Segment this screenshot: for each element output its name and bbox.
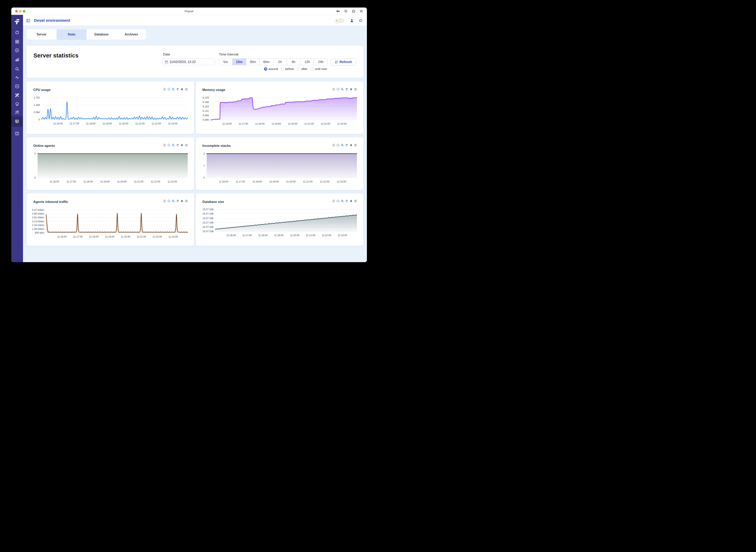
x-tick-label: 11:18:00 — [253, 180, 262, 183]
charts-grid: CPU usage00.5841.1681.75211:16:0011:17:0… — [23, 26, 367, 262]
x-tick-label: 11:21:00 — [135, 122, 145, 125]
x-tick-label: 11:17:00 — [73, 235, 83, 238]
x-tick-label: 11:21:00 — [306, 234, 316, 237]
x-tick-label: 11:17:00 — [239, 122, 248, 125]
y-tick-label: 5.066 — [203, 119, 209, 121]
x-tick-label: 11:20:00 — [286, 180, 296, 183]
x-tick-label: 11:20:00 — [119, 122, 128, 125]
window-titlebar: Flopsar — [11, 8, 367, 15]
theme-knob — [335, 18, 339, 23]
x-tick-label: 11:19:00 — [269, 180, 279, 183]
chart-plot-incomplete-stacks[interactable]: 01211:16:0011:17:0011:18:0011:19:0011:20… — [196, 137, 363, 190]
x-tick-label: 11:20:00 — [121, 235, 130, 238]
docs-book-icon — [15, 131, 19, 136]
y-tick-label: 3.91 Kibit/s — [32, 216, 44, 219]
x-tick-label: 11:18:00 — [89, 235, 99, 238]
x-tick-label: 11:20:00 — [288, 122, 297, 125]
sidebar-item-deployments[interactable] — [11, 46, 23, 55]
x-tick-label: 11:19:00 — [272, 122, 281, 125]
chart-plot-cpu-usage[interactable]: 00.5841.1681.75211:16:0011:17:0011:18:00… — [27, 82, 194, 134]
chart-plot-agents-inbound-traffic[interactable]: 800 bit/s1.56 Kibit/s2.34 Kibit/s3.13 Ki… — [27, 193, 194, 246]
x-tick-label: 11:22:00 — [321, 122, 330, 125]
sidebar-item-home[interactable] — [11, 28, 23, 37]
y-tick-label: 5.131 — [203, 110, 209, 112]
menu-icon[interactable] — [360, 9, 363, 13]
sidebar-item-applications[interactable] — [11, 37, 23, 46]
servers-icon — [15, 119, 19, 124]
power-icon — [359, 19, 363, 22]
home-icon — [15, 30, 19, 35]
y-tick-label: 5.196 — [203, 101, 209, 104]
code-icon — [15, 84, 19, 89]
environment-title[interactable]: Devel environment — [34, 18, 70, 23]
x-tick-label: 11:17:00 — [70, 122, 79, 125]
y-tick-label: 1 — [204, 164, 205, 167]
y-tick-label: 5.098 — [203, 114, 209, 117]
x-tick-label: 11:22:00 — [322, 234, 331, 237]
y-tick-label: 5.229 — [203, 96, 209, 99]
chart-plot-online-agents[interactable]: 0111:16:0011:17:0011:18:0011:19:0011:20:… — [27, 137, 194, 190]
x-tick-label: 11:23:00 — [337, 122, 347, 125]
x-tick-label: 11:21:00 — [303, 180, 312, 183]
y-tick-label: 5.47 Kibit/s — [32, 209, 44, 212]
x-tick-label: 11:17:00 — [242, 234, 252, 237]
user-icon — [350, 19, 354, 23]
y-tick-label: 0 — [38, 118, 40, 121]
theme-toggle[interactable] — [335, 18, 344, 23]
sidebar-item-monitoring[interactable] — [11, 73, 23, 82]
key-icon[interactable] — [336, 9, 340, 13]
y-tick-label: 15.07 GiB — [203, 217, 214, 220]
x-tick-label: 11:22:00 — [153, 235, 162, 238]
chart-card-agents-inbound-traffic: Agents inbound traffic800 bit/s1.56 Kibi… — [27, 193, 194, 246]
x-tick-label: 11:18:00 — [83, 180, 93, 183]
user-button[interactable] — [349, 17, 355, 24]
sidebar-item-certificates[interactable] — [11, 100, 23, 109]
chart-card-online-agents: Online agents0111:16:0011:17:0011:18:001… — [27, 137, 194, 190]
sidebar-item-search[interactable] — [11, 64, 23, 74]
x-tick-label: 11:21:00 — [304, 122, 314, 125]
sidebar-item-documentation[interactable] — [11, 129, 23, 138]
apps-grid-icon — [15, 39, 19, 44]
x-tick-label: 11:19:00 — [105, 235, 114, 238]
y-tick-label: 0 — [34, 176, 36, 179]
sidebar-item-workspace[interactable] — [11, 82, 23, 91]
extensions-puzzle-icon[interactable] — [352, 9, 355, 13]
x-tick-label: 11:20:00 — [290, 234, 299, 237]
x-tick-label: 11:18:00 — [86, 122, 96, 125]
activity-icon — [15, 75, 19, 80]
x-tick-label: 11:17:00 — [236, 180, 245, 183]
chart-card-cpu-usage: CPU usage00.5841.1681.75211:16:0011:17:0… — [27, 82, 194, 134]
x-tick-label: 11:20:00 — [117, 180, 126, 183]
flopsar-logo[interactable] — [11, 19, 23, 24]
y-tick-label: 1.168 — [34, 104, 40, 106]
titlebar-actions — [336, 8, 363, 15]
y-tick-label: 15.07 GiB — [203, 208, 214, 211]
sidebar-item-statistics[interactable] — [11, 55, 23, 64]
x-tick-label: 11:22:00 — [151, 180, 160, 183]
x-tick-label: 11:17:00 — [67, 180, 76, 183]
chart-plot-database-size[interactable]: 15.07 GiB15.07 GiB15.07 GiB15.07 GiB15.0… — [196, 193, 363, 246]
sun-icon — [335, 19, 338, 22]
x-tick-label: 11:19:00 — [274, 234, 284, 237]
sidebar-item-tools[interactable] — [11, 91, 23, 100]
chart-card-database-size: Database size15.07 GiB15.07 GiB15.07 GiB… — [196, 193, 363, 246]
sidebar-item-users[interactable] — [11, 108, 23, 117]
zoom-out-icon[interactable] — [344, 9, 348, 13]
search-icon — [15, 67, 19, 71]
x-tick-label: 11:16:00 — [49, 180, 59, 183]
sidebar-item-servers[interactable] — [11, 116, 23, 127]
sidebar — [11, 15, 23, 262]
chart-card-memory-usage: Memory usage5.0665.0985.1315.1635.1965.2… — [196, 82, 363, 134]
y-tick-label: 15.07 GiB — [203, 221, 214, 224]
sidebar-toggle-icon[interactable] — [26, 18, 30, 23]
y-tick-label: 3.13 Kibit/s — [32, 220, 44, 223]
y-tick-label: 1.56 Kibit/s — [32, 228, 44, 231]
users-icon — [15, 110, 19, 115]
x-tick-label: 11:16:00 — [226, 234, 236, 237]
power-button[interactable] — [357, 17, 364, 24]
play-circle-icon — [15, 48, 19, 53]
x-tick-label: 11:18:00 — [258, 234, 268, 237]
y-tick-label: 1 — [34, 152, 36, 155]
chart-plot-memory-usage[interactable]: 5.0665.0985.1315.1635.1965.22911:16:0011… — [196, 82, 363, 134]
x-tick-label: 11:23:00 — [168, 235, 178, 238]
